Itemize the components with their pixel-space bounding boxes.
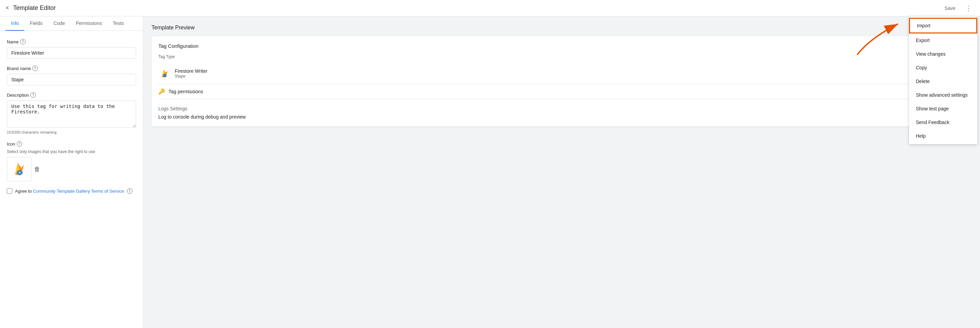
dropdown-item-test-page[interactable]: Show test page — [909, 102, 977, 115]
more-menu-button[interactable]: ⋮ — [962, 3, 975, 13]
name-help-icon[interactable]: ? — [20, 39, 25, 45]
description-group: Description ? Use this tag for writing d… — [7, 92, 136, 134]
tab-code[interactable]: Code — [48, 16, 70, 31]
close-button[interactable]: × — [5, 5, 9, 11]
top-bar: × Template Editor Save ⋮ — [0, 0, 980, 16]
preview-title: Template Preview — [151, 25, 972, 31]
dropdown-item-import[interactable]: Import — [909, 18, 977, 34]
logs-section: Logs Settings Log to console during debu… — [158, 106, 965, 120]
tab-tests[interactable]: Tests — [107, 16, 129, 31]
brand-name-group: Brand name ? — [7, 66, 136, 85]
main-layout: Info Fields Code Permissions Tests Name … — [0, 16, 980, 328]
description-textarea[interactable]: Use this tag for writing data to the Fir… — [7, 101, 136, 128]
tab-fields[interactable]: Fields — [24, 16, 48, 31]
dropdown-item-view-changes[interactable]: View changes — [909, 47, 977, 61]
name-group: Name ? — [7, 39, 136, 59]
terms-help-icon[interactable]: ? — [127, 188, 132, 194]
logs-section-title: Logs Settings — [158, 106, 965, 111]
terms-checkbox[interactable] — [7, 188, 12, 194]
left-panel: Info Fields Code Permissions Tests Name … — [0, 16, 143, 328]
icon-container: 🗑 — [7, 157, 136, 181]
permissions-row: 🔑 Tag permissions — [158, 84, 965, 99]
logs-value: Log to console during debug and preview — [158, 114, 965, 120]
key-icon: 🔑 — [158, 88, 165, 94]
checkbox-label: Agree to Community Template Gallery Term… — [15, 189, 124, 194]
preview-card: Tag Configuration Tag Type — [151, 36, 972, 126]
terms-link[interactable]: Community Template Gallery Terms of Serv… — [33, 189, 124, 194]
permissions-label: Tag permissions — [169, 89, 203, 94]
dropdown-item-advanced[interactable]: Show advanced settings — [909, 88, 977, 102]
page-title: Template Editor — [13, 5, 941, 11]
icon-group: Icon ? Select only images that you have … — [7, 141, 136, 181]
name-input[interactable] — [7, 47, 136, 59]
icon-help-icon[interactable]: ? — [17, 141, 22, 147]
tag-icon-box — [158, 67, 170, 80]
tabs: Info Fields Code Permissions Tests — [0, 16, 143, 31]
char-count: 153/200 characters remaining — [7, 130, 136, 134]
preview-section-title: Tag Configuration — [158, 43, 965, 49]
description-label: Description ? — [7, 92, 136, 98]
firestore-icon — [10, 160, 28, 178]
tag-type-row: Firestore Writer Stape — [158, 63, 965, 84]
icon-box — [7, 157, 32, 181]
form-content: Name ? Brand name ? Description ? U — [0, 31, 143, 328]
dropdown-item-delete[interactable]: Delete — [909, 75, 977, 88]
dropdown-item-help[interactable]: Help — [909, 129, 977, 143]
tab-info[interactable]: Info — [5, 16, 24, 31]
tag-brand: Stape — [175, 74, 207, 78]
top-bar-actions: Save ⋮ — [940, 3, 975, 13]
tag-name: Firestore Writer — [175, 68, 207, 74]
brand-name-input[interactable] — [7, 74, 136, 85]
save-button[interactable]: Save — [940, 3, 959, 13]
icon-sub-label: Select only images that you have the rig… — [7, 149, 136, 154]
tab-permissions[interactable]: Permissions — [70, 16, 107, 31]
tag-info: Firestore Writer Stape — [175, 68, 207, 78]
terms-checkbox-row: Agree to Community Template Gallery Term… — [7, 188, 136, 194]
dropdown-menu: Import Export View changes Copy Delete S… — [909, 16, 977, 144]
icon-label: Icon ? — [7, 141, 136, 147]
brand-name-help-icon[interactable]: ? — [32, 66, 38, 71]
brand-name-label: Brand name ? — [7, 66, 136, 71]
tag-type-label: Tag Type — [158, 54, 965, 59]
dropdown-item-export[interactable]: Export — [909, 34, 977, 47]
tag-firestore-icon — [159, 68, 170, 79]
dropdown-item-feedback[interactable]: Send Feedback — [909, 115, 977, 129]
name-label: Name ? — [7, 39, 136, 45]
icon-delete-button[interactable]: 🗑 — [34, 166, 40, 173]
description-help-icon[interactable]: ? — [30, 92, 36, 98]
right-panel: Template Preview Tag Configuration Tag T… — [143, 16, 980, 328]
dropdown-item-copy[interactable]: Copy — [909, 61, 977, 75]
